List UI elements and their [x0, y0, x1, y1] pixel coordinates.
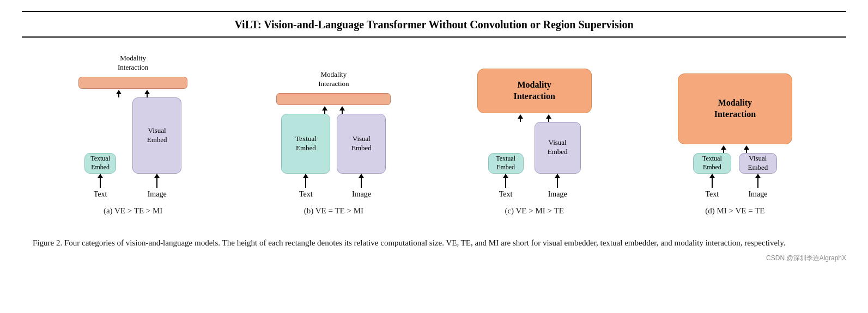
arrow-ve-mi-a [147, 93, 148, 97]
arrow-te-mi-c [520, 118, 521, 122]
image-label-b: Image [352, 190, 371, 199]
arrow-image-ve-c [557, 177, 558, 188]
te-box-d: TextualEmbed [693, 153, 731, 174]
arrow-te-mi-b [324, 109, 325, 114]
mi-box-d: ModalityInteraction [678, 73, 792, 144]
te-box-a: TextualEmbed [84, 153, 116, 174]
ve-box-d: VisualEmbed [739, 153, 777, 174]
arrow-te-mi-d [723, 149, 724, 153]
text-label-b: Text [299, 190, 313, 199]
arrow-ve-mi-d [746, 149, 747, 153]
ve-box-a: VisualEmbed [132, 97, 181, 174]
text-label-d: Text [706, 190, 719, 199]
arrow-text-te-c [505, 177, 506, 188]
caption-c: (c) VE > MI > TE [505, 206, 563, 216]
page-title: ViLT: Vision-and-Language Transformer Wi… [22, 11, 846, 38]
mi-bar-b [276, 93, 391, 105]
caption-d: (d) MI > VE = TE [705, 206, 764, 216]
diagram-b: ModalityInteraction TextualEmbed Text [241, 70, 426, 226]
te-box-b: TextualEmbed [281, 114, 330, 174]
caption-a: (a) VE > TE > MI [104, 206, 162, 216]
diagram-c: ModalityInteraction TextualEmbed Text [442, 69, 627, 226]
mi-bar-a [78, 77, 187, 89]
diagram-a: ModalityInteraction TextualEmbed [40, 54, 226, 226]
text-label-c: Text [499, 190, 513, 199]
arrow-image-ve-b [361, 177, 362, 188]
image-label-a: Image [148, 190, 167, 199]
text-label-a: Text [94, 190, 107, 199]
arrow-image-ve-a [156, 177, 157, 188]
figure-caption: Figure 2. Four categories of vision-and-… [27, 236, 841, 249]
diagrams-row: ModalityInteraction TextualEmbed [22, 54, 846, 226]
ve-box-c: VisualEmbed [535, 122, 581, 174]
te-box-c: TextualEmbed [488, 153, 524, 174]
arrow-text-te-b [305, 177, 306, 188]
mi-box-c: ModalityInteraction [477, 69, 592, 113]
arrow-text-te-d [712, 177, 713, 188]
image-label-c: Image [548, 190, 567, 199]
arrow-ve-mi-c [548, 118, 549, 122]
image-label-d: Image [748, 190, 767, 199]
watermark: CSDN @深圳季连AlgraphX [22, 254, 846, 263]
caption-b: (b) VE = TE > MI [304, 206, 363, 216]
arrow-te-mi-a [118, 93, 119, 97]
arrow-image-ve-d [757, 177, 758, 188]
arrow-text-te-a [100, 177, 101, 188]
mi-label-b: ModalityInteraction [318, 70, 349, 89]
mi-label-a: ModalityInteraction [118, 54, 148, 72]
arrow-ve-mi-b [342, 109, 343, 114]
ve-box-b: VisualEmbed [337, 114, 386, 174]
diagram-d: ModalityInteraction TextualEmbed Text [642, 73, 828, 226]
